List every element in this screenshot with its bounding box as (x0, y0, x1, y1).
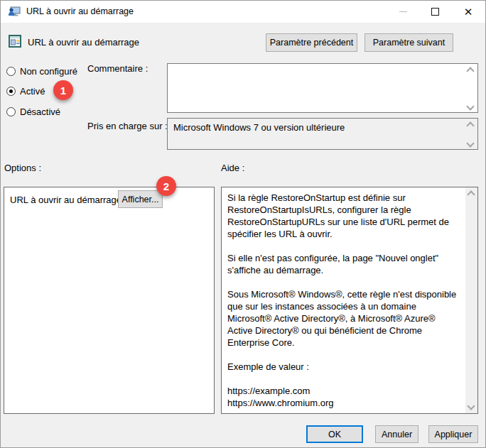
help-paragraph: Si elle n'est pas configurée, la page "N… (227, 252, 462, 276)
minimize-button[interactable] (387, 1, 419, 23)
policy-setting-icon (8, 34, 22, 48)
supported-on-label: Pris en charge sur : (87, 121, 168, 131)
window-title: URL à ouvrir au démarrage (26, 1, 134, 23)
close-icon: ✕ (464, 6, 473, 17)
startup-urls-row-label: URL à ouvrir au démarrage (10, 195, 122, 205)
help-scrollbar[interactable] (465, 187, 477, 413)
step-2-badge: 2 (156, 176, 176, 196)
scroll-up-icon (467, 190, 475, 198)
help-paragraph: Exemple de valeur : (227, 361, 462, 373)
minimize-icon (399, 11, 407, 12)
radio-circle-icon (6, 87, 16, 96)
policy-name-label: URL à ouvrir au démarrage (28, 37, 139, 48)
show-urls-button[interactable]: Afficher... (118, 190, 163, 208)
ok-button[interactable]: OK (306, 425, 363, 443)
maximize-icon (431, 8, 439, 16)
group-policy-app-icon (8, 6, 21, 18)
help-example-url: https://www.chromium.org (227, 397, 462, 409)
radio-label: Non configuré (20, 66, 77, 77)
options-panel: URL à ouvrir au démarrage Afficher... (4, 187, 215, 414)
help-paragraph: Si la règle RestoreOnStartup est définie… (227, 192, 462, 240)
titlebar: URL à ouvrir au démarrage ✕ (1, 1, 485, 23)
help-panel: Si la règle RestoreOnStartup est définie… (221, 187, 478, 414)
scroll-down-icon[interactable] (466, 102, 474, 110)
maximize-button[interactable] (418, 1, 451, 23)
scroll-up-icon[interactable] (466, 67, 474, 75)
radio-circle-icon (6, 67, 16, 76)
help-paragraph: Sous Microsoft® Windows®, cette règle n'… (227, 288, 462, 349)
scroll-up-icon[interactable] (466, 121, 474, 129)
scroll-down-button[interactable] (465, 401, 477, 413)
next-setting-button[interactable]: Paramètre suivant (364, 33, 453, 52)
radio-not-configured[interactable]: Non configuré (6, 65, 77, 77)
scroll-down-icon (467, 402, 475, 410)
apply-button[interactable]: Appliquer (428, 425, 478, 443)
cancel-button[interactable]: Annuler (375, 425, 418, 443)
radio-circle-icon (6, 107, 16, 116)
previous-setting-button[interactable]: Paramètre précédent (266, 33, 357, 52)
options-section-label: Options : (4, 163, 41, 173)
scroll-down-icon[interactable] (466, 139, 474, 147)
comment-label: Commentaire : (87, 63, 148, 74)
help-text: Si la règle RestoreOnStartup est définie… (227, 192, 462, 409)
help-example-url: https://example.com (227, 385, 462, 397)
help-section-label: Aide : (221, 163, 244, 173)
supported-on-textarea: Microsoft Windows 7 ou version ultérieur… (167, 118, 478, 150)
radio-label: Activé (20, 86, 45, 97)
close-button[interactable]: ✕ (452, 1, 485, 23)
comment-textarea[interactable] (167, 63, 478, 113)
radio-disabled[interactable]: Désactivé (6, 106, 60, 117)
step-1-badge: 1 (53, 80, 73, 100)
scroll-up-button[interactable] (465, 187, 477, 200)
supported-on-value: Microsoft Windows 7 ou version ultérieur… (173, 122, 345, 133)
policy-dialog-window: URL à ouvrir au démarrage ✕ URL à ouvrir… (0, 0, 486, 448)
radio-enabled[interactable]: Activé (6, 85, 45, 97)
radio-label: Désactivé (20, 106, 60, 117)
